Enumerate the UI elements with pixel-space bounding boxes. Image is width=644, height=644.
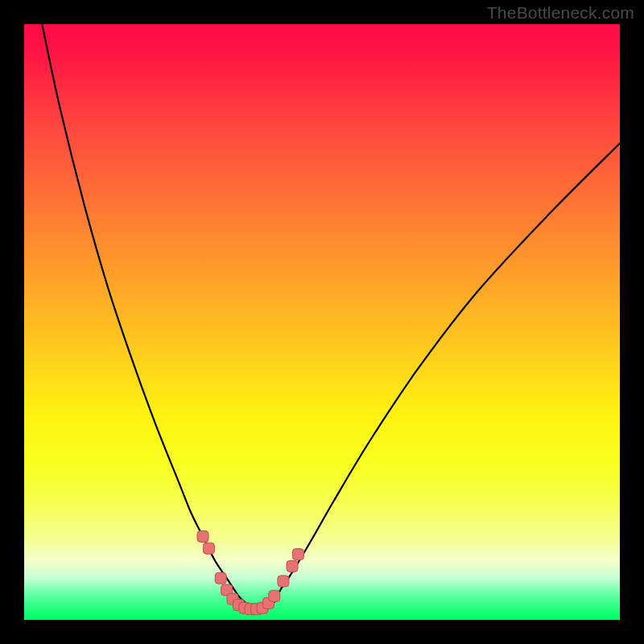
data-marker [287, 560, 298, 572]
markers-layer [197, 530, 303, 614]
chart-plot-area [24, 24, 620, 620]
curve-layer [42, 24, 620, 611]
data-marker [292, 549, 303, 560]
bottleneck-curve [42, 24, 620, 611]
outer-frame: TheBottleneck.com [0, 0, 644, 644]
data-marker [215, 572, 226, 584]
data-marker [278, 576, 289, 587]
chart-svg [24, 24, 620, 620]
data-marker [197, 530, 208, 542]
data-marker [203, 543, 214, 554]
watermark-text: TheBottleneck.com [487, 3, 634, 23]
data-marker [269, 590, 280, 601]
